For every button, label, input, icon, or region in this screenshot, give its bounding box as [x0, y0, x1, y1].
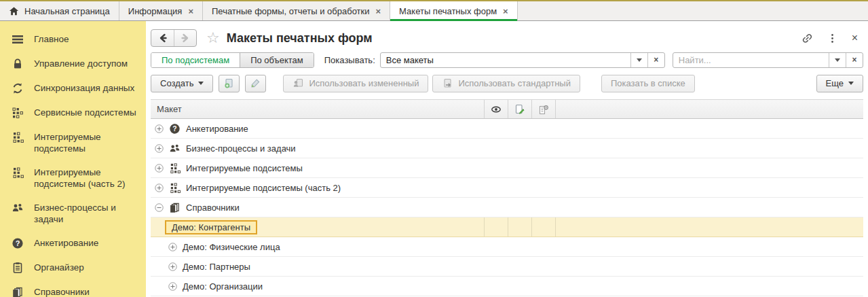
people-icon [169, 143, 181, 154]
menu-icon [12, 33, 24, 46]
column-modified[interactable] [508, 100, 531, 118]
search-dropdown-icon[interactable] [829, 53, 846, 67]
use-modified-icon [293, 77, 304, 89]
sidebar-item[interactable]: Главное [0, 27, 146, 52]
filter-row: По подсистемам По объектам Показывать: В… [151, 52, 863, 68]
by-subsystems-button[interactable]: По подсистемам [151, 53, 240, 67]
tab-close-icon[interactable]: × [188, 6, 193, 16]
collapse-icon[interactable] [155, 203, 164, 212]
sidebar-item[interactable]: Сервисные подсистемы [0, 101, 146, 125]
sidebar-item[interactable]: Органайзер [0, 256, 146, 280]
row-label: Бизнес-процессы и задачи [186, 143, 296, 154]
more-button[interactable]: Еще [816, 75, 863, 92]
show-combobox-value: Все макеты [381, 53, 630, 67]
books-icon [12, 286, 24, 297]
back-button[interactable] [151, 30, 174, 46]
table-header: Макет [151, 99, 863, 119]
tab-label: Информация [128, 6, 183, 16]
expand-icon[interactable] [168, 262, 177, 271]
table-row[interactable]: Демо: Партнеры [151, 257, 863, 277]
tab[interactable]: Информация× [119, 1, 203, 20]
table-row[interactable]: Интегрируемые подсистемы [151, 158, 863, 178]
row-label: Интегрируемые подсистемы (часть 2) [186, 183, 341, 193]
create-button[interactable]: Создать [151, 75, 213, 92]
svg-text:?: ? [16, 239, 20, 247]
expand-icon[interactable] [155, 184, 164, 192]
home-icon [9, 6, 19, 16]
row-label: Интегрируемые подсистемы [186, 163, 303, 173]
table-row[interactable]: Демо: Контрагенты [151, 217, 863, 237]
table-row[interactable]: Справочники [151, 198, 863, 217]
grid-icon [169, 162, 181, 174]
copy-document-icon [223, 77, 235, 89]
back-arrow-icon [157, 33, 168, 43]
use-standard-button[interactable]: Использовать стандартный [432, 75, 580, 92]
sidebar-item[interactable]: Управление доступом [0, 52, 146, 76]
edit-button[interactable] [245, 75, 266, 92]
show-in-list-button[interactable]: Показать в списке [601, 75, 695, 92]
more-kebab-icon[interactable] [827, 33, 838, 44]
sidebar-item[interactable]: Интегрируемые подсистемы [0, 125, 146, 160]
table-row[interactable]: Демо: Организации [151, 277, 863, 296]
templates-table: Макет ?АнкетированиеБизнес-процессы и за… [151, 99, 863, 296]
row-label: Демо: Физические лица [183, 242, 280, 252]
sidebar-item-label: Бизнес-процессы и задачи [34, 202, 142, 225]
get-link-icon[interactable] [801, 33, 813, 44]
table-row[interactable]: ?Анкетирование [151, 119, 863, 139]
tab[interactable]: Печатные формы, отчеты и обработки× [203, 1, 390, 20]
table-row[interactable]: Интегрируемые подсистемы (часть 2) [151, 178, 863, 198]
use-modified-button[interactable]: Использовать измененный [283, 75, 428, 92]
expand-icon[interactable] [168, 243, 177, 251]
row-label: Справочники [186, 203, 240, 213]
sidebar-item[interactable]: ?Анкетирование [0, 231, 146, 256]
table-row[interactable]: Демо: Физические лица [151, 237, 863, 257]
table-row[interactable]: Бизнес-процессы и задачи [151, 139, 863, 158]
edit-doc-icon [514, 104, 525, 115]
sidebar-item[interactable]: Справочники [0, 280, 146, 297]
cell-separator [484, 217, 485, 237]
show-combobox[interactable]: Все макеты × [380, 52, 665, 68]
cell-separator [555, 217, 556, 237]
column-visibility[interactable] [484, 100, 508, 118]
column-org-settings[interactable] [531, 100, 555, 118]
more-caret-icon [848, 82, 854, 85]
sidebar-item-label: Синхронизация данных [34, 82, 134, 94]
sidebar-item[interactable]: Интегрируемые подсистемы (часть 2) [0, 160, 146, 196]
by-objects-button[interactable]: По объектам [240, 53, 314, 67]
sidebar-item[interactable]: Синхронизация данных [0, 76, 146, 101]
window-controls: × [801, 33, 863, 44]
tab[interactable]: Макеты печатных форм× [390, 1, 518, 20]
combobox-dropdown-icon[interactable] [630, 53, 647, 67]
sync-icon [12, 82, 24, 94]
org-gear-icon [538, 104, 549, 115]
page-title: Макеты печатных форм [227, 31, 373, 46]
close-form-icon[interactable]: × [852, 33, 858, 43]
tab-close-icon[interactable]: × [503, 6, 508, 16]
grid-icon [12, 167, 24, 179]
favorite-star-icon[interactable]: ☆ [206, 31, 220, 46]
cell-separator [508, 217, 508, 237]
show-label: Показывать: [324, 55, 375, 65]
search-clear-icon[interactable]: × [846, 53, 863, 67]
tab-label: Макеты печатных форм [399, 6, 497, 16]
forward-arrow-icon [180, 33, 191, 43]
view-mode-switch: По подсистемам По объектам [151, 52, 314, 68]
search-input[interactable]: Найти... × [673, 52, 863, 68]
use-standard-icon [442, 77, 453, 89]
books-icon [169, 202, 181, 213]
column-header-maket[interactable]: Макет [151, 100, 484, 118]
forward-button[interactable] [174, 30, 196, 46]
expand-icon[interactable] [155, 164, 164, 173]
question-icon: ? [169, 123, 181, 135]
tab-close-icon[interactable]: × [376, 6, 381, 16]
expand-icon[interactable] [155, 144, 164, 153]
combobox-clear-icon[interactable]: × [647, 53, 664, 67]
expand-icon[interactable] [168, 282, 177, 291]
copy-button[interactable] [219, 75, 240, 92]
tab[interactable]: Начальная страница [0, 1, 119, 20]
column-filler [555, 100, 863, 118]
grid-icon [12, 131, 24, 143]
expand-icon[interactable] [155, 124, 164, 133]
sidebar-item[interactable]: Бизнес-процессы и задачи [0, 196, 146, 231]
question-icon: ? [12, 237, 24, 249]
